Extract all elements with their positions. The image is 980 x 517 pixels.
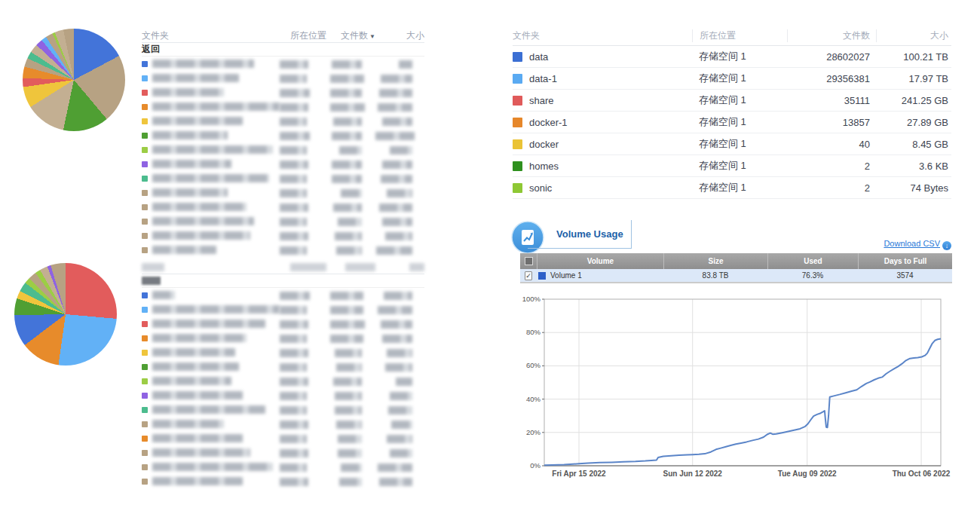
legend-color-swatch [142, 436, 148, 442]
download-csv: Download CSV↓ [814, 239, 951, 250]
folder-row-data-1[interactable]: data-1存储空间 12935638117.97 TB [513, 68, 951, 90]
legend-color-swatch [142, 247, 148, 253]
folder-name[interactable]: docker [513, 139, 692, 150]
legend-color-swatch [142, 464, 148, 470]
redacted-folder-row[interactable] [142, 460, 424, 474]
redacted-folder-row[interactable] [142, 128, 424, 142]
column-header-volume[interactable]: Volume [537, 253, 663, 269]
storage-analyzer-screen: 文件夹 所在位置 文件数▼ 大小 返回 文件夹 所在位置 文件数 大小 data… [0, 0, 980, 517]
redacted-folder-row[interactable] [142, 57, 424, 71]
redacted-folder-row[interactable] [142, 157, 424, 171]
legend-color-swatch [142, 176, 148, 182]
redacted-folder-row[interactable] [142, 345, 424, 359]
folder-row-sonic[interactable]: sonic存储空间 1274 Bytes [513, 177, 951, 199]
folder-usage-pie-chart-2[interactable] [14, 263, 117, 366]
folder-size: 27.89 GB [876, 117, 951, 128]
redacted-folder-name [142, 88, 280, 96]
column-header-filecount[interactable]: 文件数 [787, 29, 876, 42]
redacted-folder-row[interactable] [142, 474, 424, 488]
redacted-folder-row[interactable] [142, 417, 424, 431]
redacted-folder-row[interactable] [142, 445, 424, 460]
download-icon[interactable]: ↓ [942, 241, 951, 250]
folder-row-docker-1[interactable]: docker-1存储空间 11385727.89 GB [513, 112, 951, 133]
folder-size: 3.6 KB [876, 161, 951, 172]
download-csv-link[interactable]: Download CSV [884, 239, 940, 248]
back-link[interactable]: 返回 [142, 43, 424, 57]
folder-name[interactable]: share [513, 95, 692, 106]
folder-filecount: 13857 [787, 117, 876, 128]
redacted-folder-name [142, 305, 280, 314]
column-header-size[interactable]: Size [663, 253, 767, 269]
redacted-folder-row[interactable] [142, 214, 424, 228]
volume-table-header: Volume Size Used Days to Full [520, 253, 952, 269]
column-header-folder[interactable]: 文件夹 [142, 29, 290, 42]
column-header-location[interactable]: 所在位置 [692, 29, 787, 42]
redacted-folder-name [142, 203, 280, 211]
redacted-header-folder[interactable] [142, 262, 290, 272]
legend-color-swatch [142, 450, 148, 456]
redacted-header-size[interactable] [386, 262, 424, 272]
redacted-folder-row[interactable] [142, 317, 424, 331]
column-header-used[interactable]: Used [767, 253, 858, 269]
redacted-folder-row[interactable] [142, 374, 424, 388]
redacted-folder-row[interactable] [142, 331, 424, 345]
redacted-folder-row[interactable] [142, 71, 424, 85]
select-all-checkbox[interactable] [520, 253, 537, 269]
column-header-size[interactable]: 大小 [386, 29, 424, 42]
redacted-folder-row[interactable] [142, 288, 424, 302]
redacted-folder-row[interactable] [142, 142, 424, 157]
redacted-folder-row[interactable] [142, 228, 424, 243]
folder-row-data[interactable]: data存储空间 128602027100.21 TB [513, 46, 951, 68]
folder-row-homes[interactable]: homes存储空间 123.6 KB [513, 155, 951, 177]
folder-row-share[interactable]: share存储空间 135111241.25 GB [513, 90, 951, 112]
redacted-folder-name [142, 217, 280, 225]
redacted-folder-row[interactable] [142, 200, 424, 214]
folder-row-docker[interactable]: docker存储空间 1408.45 GB [513, 133, 951, 155]
legend-color-swatch [142, 219, 148, 225]
folder-filecount: 2 [787, 161, 876, 172]
column-header-size[interactable]: 大小 [876, 29, 951, 42]
redacted-folder-row[interactable] [142, 402, 424, 417]
legend-color-swatch [142, 90, 148, 96]
folder-name[interactable]: docker-1 [513, 117, 692, 128]
redacted-folder-row[interactable] [142, 243, 424, 257]
legend-color-swatch [142, 75, 148, 81]
folder-size: 74 Bytes [876, 182, 951, 194]
redacted-folder-row[interactable] [142, 85, 424, 99]
redacted-header-filecount[interactable] [341, 262, 386, 272]
folder-name[interactable]: sonic [513, 182, 692, 194]
folder-usage-pie-chart-1[interactable] [23, 29, 125, 131]
redacted-folder-row[interactable] [142, 359, 424, 374]
back-link-redacted[interactable] [142, 274, 424, 288]
volume-1-checkbox[interactable]: ✓ [525, 271, 532, 280]
redacted-folder-row[interactable] [142, 114, 424, 128]
column-header-days-to-full[interactable]: Days to Full [858, 253, 952, 269]
redacted-folder-name [142, 174, 280, 182]
folder-name[interactable]: data-1 [513, 73, 692, 84]
redacted-folder-row[interactable] [142, 185, 424, 200]
redacted-folder-name [142, 102, 280, 111]
column-header-filecount-sort[interactable]: 文件数▼ [341, 29, 386, 42]
redacted-folder-name [142, 377, 280, 385]
redacted-folder-row[interactable] [142, 99, 424, 114]
legend-color-swatch [142, 133, 148, 139]
redacted-header-location[interactable] [290, 262, 341, 272]
volume-row: ✓ Volume 1 83.8 TB 76.3% 3574 [520, 269, 952, 282]
legend-color-swatch [142, 378, 148, 384]
legend-color-swatch [142, 161, 148, 167]
column-header-folder[interactable]: 文件夹 [513, 29, 692, 42]
x-axis-label: Thu Oct 06 2022 [893, 470, 951, 478]
redacted-folder-row[interactable] [142, 431, 424, 445]
redacted-folder-row[interactable] [142, 302, 424, 317]
usage-line-volume-1 [544, 338, 941, 465]
redacted-folder-name [142, 117, 280, 125]
redacted-folder-name [142, 74, 280, 82]
column-header-location[interactable]: 所在位置 [290, 29, 341, 42]
legend-color-swatch [142, 118, 148, 124]
folder-size: 241.25 GB [876, 95, 951, 106]
folder-location: 存储空间 1 [692, 93, 787, 107]
folder-name[interactable]: data [513, 51, 692, 63]
redacted-folder-row[interactable] [142, 388, 424, 402]
redacted-folder-row[interactable] [142, 171, 424, 185]
folder-name[interactable]: homes [513, 161, 692, 172]
